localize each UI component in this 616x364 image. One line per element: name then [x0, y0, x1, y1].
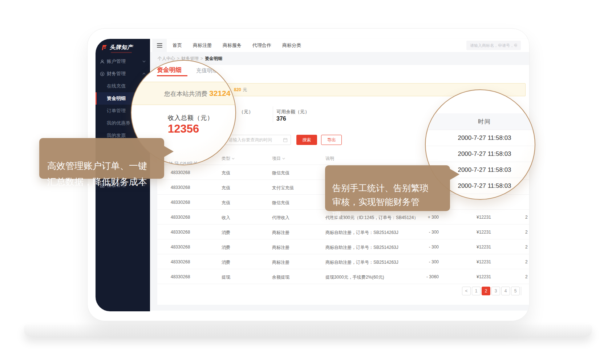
cell-amount: - 3060 [412, 274, 439, 279]
cell-order: 48330268 [171, 230, 190, 235]
date-input[interactable] [224, 135, 291, 145]
breadcrumb-part: 个人中心 [158, 56, 175, 61]
calendar-icon [283, 137, 288, 144]
pagination: <12345 [462, 287, 526, 295]
income-label: 收入总额（元） [168, 114, 214, 122]
magnified-tab-underline [157, 75, 187, 76]
cell-order: 48330268 [171, 274, 190, 279]
search-button[interactable]: 搜索 [296, 135, 317, 145]
cell-order: 48330268 [171, 185, 190, 190]
cell-balance: ¥12231 [477, 259, 491, 264]
page: 头牌知产 账户管理财务管理在线充值资金明细订单管理我的优惠券我的发票模板管理 首… [0, 0, 616, 364]
cell-type: 收入 [222, 215, 230, 221]
nav-link-3[interactable]: 代理合作 [252, 42, 271, 49]
cell-time: 2 [525, 259, 528, 264]
sidebar-item-label: 我的优惠券 [107, 120, 130, 126]
cell-balance: ¥12231 [477, 215, 491, 220]
sidebar-item-account[interactable]: 账户管理 [96, 55, 150, 68]
page-button-1[interactable]: 1 [472, 287, 481, 295]
page-button-5[interactable]: 5 [511, 287, 520, 295]
nav-link-0[interactable]: 首页 [173, 42, 182, 49]
sidebar-item-label: 资金明细 [107, 95, 126, 102]
sidebar-item-label: 在线充值 [107, 83, 126, 89]
cell-balance: ¥12231 [477, 230, 491, 235]
search-input[interactable] [466, 41, 521, 50]
page-button-2[interactable]: 2 [482, 287, 490, 295]
cell-project: 微信充值 [272, 200, 289, 206]
brand-name: 头牌知产 [110, 44, 133, 51]
nav-links: 首页商标注册商标服务代理合作商标分类 [173, 39, 301, 52]
nav-link-4[interactable]: 商标分类 [282, 42, 301, 49]
cell-type: 消费 [222, 244, 230, 251]
cell-project: 商标注册 [272, 244, 289, 251]
chevron-down-icon [142, 60, 146, 62]
cell-time: 2 [525, 230, 528, 235]
cell-balance: ¥12231 [477, 274, 491, 279]
sidebar-item-finance[interactable]: 财务管理 [96, 68, 150, 80]
table-row: 48330268消费商标注册商标自助注册，订单号：SB2514263J- 300… [157, 254, 530, 269]
callout-right-arrow-icon [450, 169, 459, 180]
cell-time: 2 [525, 215, 528, 220]
balance-label: 可用余额（元） [276, 109, 309, 115]
nav-link-1[interactable]: 商标注册 [193, 42, 212, 49]
header-project[interactable]: 项目 [272, 155, 285, 162]
callout-left: 高效管理账户订单、一键 汇总数据，降低财务成本 [39, 138, 164, 179]
cell-project: 代理收入 [272, 215, 289, 221]
table-row: 48330268消费商标注册商标自助注册，订单号：SB2514263J- 300… [157, 225, 530, 239]
magnified-time-row: 2000-7-27 11:58:03 [426, 146, 535, 162]
cell-desc: 提现3000元，手续费2%(60元) [325, 274, 384, 280]
cell-order: 48330268 [171, 170, 190, 175]
cell-order: 48330268 [171, 244, 190, 250]
date-filter [224, 135, 291, 145]
breadcrumb-separator: > [200, 56, 203, 61]
page-button-4[interactable]: 4 [501, 287, 510, 295]
sidebar-item-label: 财务管理 [107, 70, 126, 77]
header-type[interactable]: 类型 [222, 155, 235, 162]
callout-left-arrow-icon [164, 146, 174, 157]
page-button-partial [521, 287, 526, 295]
cell-order: 48330268 [171, 215, 190, 220]
sort-caret-icon [282, 158, 285, 159]
brand-logo-icon [101, 45, 108, 50]
cell-project: 支付宝充值 [272, 185, 294, 191]
notice-fragment-value: 820 [234, 87, 241, 92]
nav-link-2[interactable]: 商标服务 [223, 42, 242, 49]
cell-type: 充值 [222, 170, 230, 176]
breadcrumb-part: 资金明细 [205, 56, 222, 61]
page-button-3[interactable]: 3 [491, 287, 500, 295]
cell-amount: - 300 [412, 244, 439, 250]
balance-value: 376 [276, 116, 286, 122]
notice-fragment: 820元 [234, 84, 247, 96]
notice-fragment-unit: 元 [243, 87, 247, 92]
brand-tagline [111, 52, 132, 53]
cell-type: 充值 [222, 185, 230, 191]
callout-right: 告别手工统计、告别繁琐 审核，实现智能财务管 理。 [325, 165, 450, 211]
prev-page-button[interactable]: < [462, 287, 471, 295]
table-row: 48330268提现余额提现提现3000元，手续费2%(60元)- 3060¥1… [157, 269, 530, 284]
export-button[interactable]: 导出 [321, 135, 342, 145]
cell-time: 2 [525, 274, 528, 279]
sidebar-item-label: 账户管理 [107, 58, 126, 65]
menu-icon[interactable] [152, 39, 167, 52]
stat-col2-label: （元） [239, 109, 253, 115]
cell-time: 2 [525, 244, 528, 250]
cell-amount: - 300 [412, 259, 439, 264]
cell-desc: 商标自助注册，订单号：SB2514263J [325, 230, 398, 236]
magnified-tab-active: 资金明细 [157, 66, 182, 74]
table-row: 48330268消费商标注册商标自助注册，订单号：SB2514263J- 300… [157, 239, 530, 254]
finance-icon [100, 72, 105, 76]
cell-order: 48330268 [171, 259, 190, 264]
cell-amount: + 300 [412, 215, 439, 220]
user-icon [100, 59, 105, 64]
callout-left-text: 高效管理账户订单、一键 汇总数据，降低财务成本 [47, 161, 147, 187]
top-navbar: 首页商标注册商标服务代理合作商标分类 [150, 39, 529, 52]
cell-desc: 商标自助注册，订单号：SB2514263J [325, 259, 398, 266]
sidebar-item-label: 订单管理 [107, 108, 126, 114]
cell-project: 余额提现 [272, 274, 289, 280]
cell-type: 提现 [222, 274, 230, 280]
header-desc: 说明 [325, 155, 334, 162]
cell-type: 消费 [222, 259, 230, 266]
income-value: 12356 [168, 122, 199, 136]
magnified-time-row: 2000-7-27 11:58:03 [426, 130, 535, 146]
cell-project: 微信充值 [272, 170, 289, 176]
